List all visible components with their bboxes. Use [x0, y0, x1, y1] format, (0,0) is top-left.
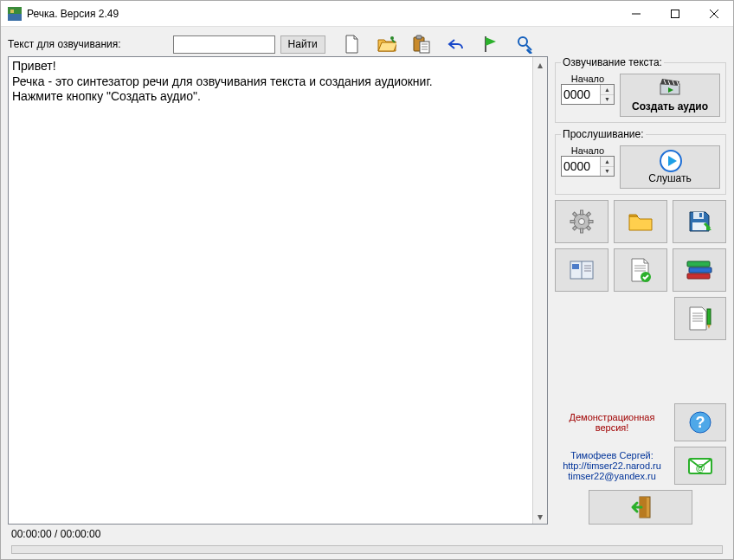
editor-area: Привет! Речка - это синтезатор речи для …: [8, 56, 548, 525]
svg-rect-32: [693, 212, 704, 219]
undo-icon[interactable]: [447, 35, 466, 54]
svg-rect-29: [587, 226, 591, 230]
gear-icon: [570, 209, 594, 234]
toolbar: Текст для озвучивания: Найти: [8, 32, 726, 56]
svg-rect-31: [573, 226, 577, 230]
notes-button[interactable]: [674, 297, 726, 340]
play-icon: [660, 150, 680, 171]
clipboard-paste-icon[interactable]: [412, 35, 431, 54]
svg-point-7: [390, 36, 394, 40]
svg-rect-1: [8, 14, 22, 21]
booklet-button[interactable]: [555, 248, 608, 292]
svg-rect-27: [589, 221, 593, 223]
listen-button[interactable]: Слушать: [620, 145, 720, 189]
spin-up-icon[interactable]: ▲: [601, 85, 614, 95]
titlebar: Речка. Версия 2.49: [1, 1, 733, 27]
svg-rect-24: [581, 210, 583, 215]
svg-rect-47: [687, 261, 710, 267]
time-status: 00:00:00 / 00:00:00: [11, 528, 100, 540]
wrench-search-icon[interactable]: [516, 35, 535, 54]
minimize-button[interactable]: [616, 1, 655, 26]
svg-rect-4: [671, 10, 679, 17]
listen-start-spinner[interactable]: ▲▼: [561, 156, 615, 177]
status-bar: 00:00:00 / 00:00:00: [8, 525, 726, 544]
search-input[interactable]: [173, 35, 275, 54]
document-check-icon: [629, 257, 652, 283]
text-editor[interactable]: Привет! Речка - это синтезатор речи для …: [9, 57, 532, 524]
listen-legend: Прослушивание:: [561, 128, 646, 140]
svg-rect-34: [699, 213, 702, 217]
voice-start-spinner[interactable]: ▲▼: [561, 84, 615, 105]
books-button[interactable]: [673, 248, 726, 292]
progress-bar: [11, 545, 723, 554]
listen-start-label: Начало: [571, 145, 604, 156]
spin-up-icon[interactable]: ▲: [601, 157, 614, 167]
maximize-button[interactable]: [655, 1, 694, 26]
listen-group: Прослушивание: Начало ▲▼: [555, 128, 726, 195]
exit-button[interactable]: [589, 490, 692, 525]
app-icon: [8, 7, 22, 21]
create-audio-label: Создать аудио: [632, 100, 708, 113]
open-button[interactable]: [614, 200, 667, 243]
folder-icon: [628, 211, 654, 232]
create-audio-button[interactable]: Создать аудио: [620, 74, 720, 117]
scroll-up-icon[interactable]: ▴: [533, 57, 547, 72]
spin-down-icon[interactable]: ▼: [601, 167, 614, 177]
svg-rect-46: [689, 267, 711, 273]
window-title: Речка. Версия 2.49: [27, 8, 119, 20]
app-window: Речка. Версия 2.49 Текст для озвучивания…: [0, 0, 734, 560]
booklet-icon: [569, 259, 595, 281]
svg-marker-53: [707, 325, 711, 329]
doc-check-button[interactable]: [614, 248, 667, 292]
voice-start-input[interactable]: [562, 85, 600, 104]
open-folder-icon[interactable]: [377, 35, 396, 54]
editor-label: Текст для озвучивания:: [8, 38, 121, 50]
site-link[interactable]: http://timser22.narod.ru: [555, 460, 669, 471]
svg-rect-33: [692, 222, 706, 230]
svg-rect-28: [573, 212, 577, 216]
scroll-down-icon[interactable]: ▾: [533, 509, 547, 524]
contact-text: Тимофеев Сергей: http://timser22.narod.r…: [555, 450, 669, 481]
svg-rect-37: [572, 264, 579, 269]
svg-rect-26: [570, 221, 575, 223]
help-button[interactable]: ?: [674, 403, 726, 441]
svg-text:?: ?: [696, 414, 705, 431]
document-pencil-icon: [687, 306, 713, 331]
floppy-icon: [687, 209, 711, 234]
close-button[interactable]: [694, 1, 733, 26]
svg-rect-45: [687, 274, 710, 279]
side-panel: Озвучивание текста: Начало ▲▼: [555, 56, 726, 525]
svg-rect-9: [416, 35, 422, 39]
svg-text:@: @: [696, 462, 705, 473]
voice-group: Озвучивание текста: Начало ▲▼: [555, 56, 726, 123]
mail-button[interactable]: @: [674, 447, 726, 485]
voice-legend: Озвучивание текста:: [561, 56, 664, 68]
find-button[interactable]: Найти: [280, 35, 325, 54]
demo-text: Демонстрационная версия!: [555, 412, 669, 433]
svg-rect-52: [707, 309, 711, 325]
svg-point-15: [518, 37, 527, 46]
listen-start-input[interactable]: [562, 157, 600, 176]
email-link[interactable]: timser22@yandex.ru: [555, 471, 669, 481]
flag-icon[interactable]: [481, 35, 500, 54]
save-button[interactable]: [673, 200, 726, 243]
mail-icon: @: [687, 455, 713, 476]
clapperboard-icon: [660, 78, 680, 99]
help-icon: ?: [688, 410, 712, 434]
exit-door-icon: [628, 494, 654, 520]
settings-button[interactable]: [555, 200, 608, 243]
books-stack-icon: [686, 258, 713, 282]
svg-rect-2: [10, 10, 14, 13]
voice-start-label: Начало: [571, 74, 604, 84]
svg-rect-30: [587, 212, 591, 216]
svg-point-23: [579, 219, 585, 225]
svg-rect-25: [581, 229, 583, 233]
new-file-icon[interactable]: [343, 35, 362, 54]
listen-label: Слушать: [648, 172, 691, 184]
spin-down-icon[interactable]: ▼: [601, 95, 614, 105]
editor-scrollbar[interactable]: ▴ ▾: [532, 57, 547, 524]
